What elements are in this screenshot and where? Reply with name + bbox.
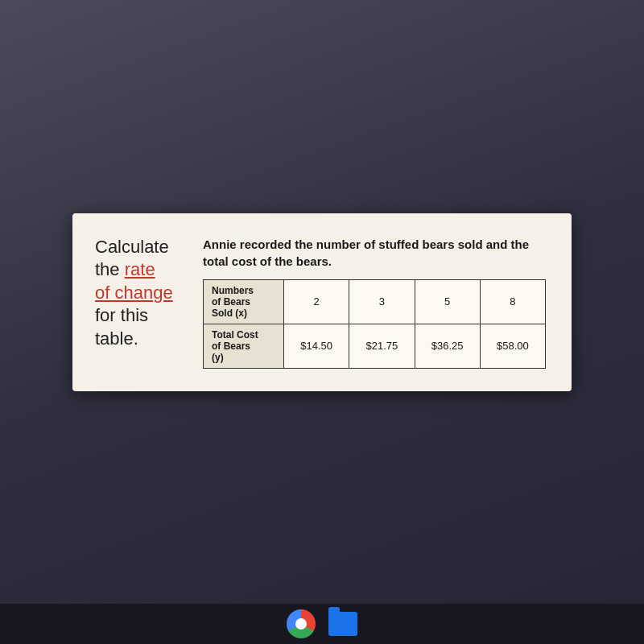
taskbar xyxy=(0,604,644,644)
row1-val2: 3 xyxy=(349,279,415,324)
folder-icon[interactable] xyxy=(328,609,357,638)
main-card: Calculate the rateof change for this tab… xyxy=(72,213,572,391)
description-text: Annie recorded the number of stuffed bea… xyxy=(203,236,546,270)
row2-val3: $36.25 xyxy=(415,324,480,368)
row2-val2: $21.75 xyxy=(349,324,415,368)
row1-val4: 8 xyxy=(480,279,545,324)
row1-val3: 5 xyxy=(415,279,480,324)
table-row-2: Total Costof Bears(y) $14.50 $21.75 $36.… xyxy=(204,324,546,368)
rate-text: rateof change xyxy=(95,259,173,303)
row2-header: Total Costof Bears(y) xyxy=(204,324,284,368)
the-text: the rateof change xyxy=(95,258,184,304)
screen-background: Calculate the rateof change for this tab… xyxy=(0,0,644,644)
for-this-text: for this xyxy=(95,304,184,328)
row1-val1: 2 xyxy=(284,279,349,324)
chrome-icon[interactable] xyxy=(287,609,316,638)
row2-val4: $58.00 xyxy=(480,324,545,368)
table-text: table. xyxy=(95,328,184,351)
row1-header: Numbersof BearsSold (x) xyxy=(204,279,284,324)
calculate-text: Calculate xyxy=(95,236,184,259)
left-section: Calculate the rateof change for this tab… xyxy=(95,236,184,369)
data-table: Numbersof BearsSold (x) 2 3 5 8 Total Co… xyxy=(203,279,546,369)
row2-val1: $14.50 xyxy=(284,324,349,368)
table-row-1: Numbersof BearsSold (x) 2 3 5 8 xyxy=(204,279,546,324)
right-section: Annie recorded the number of stuffed bea… xyxy=(203,236,546,369)
